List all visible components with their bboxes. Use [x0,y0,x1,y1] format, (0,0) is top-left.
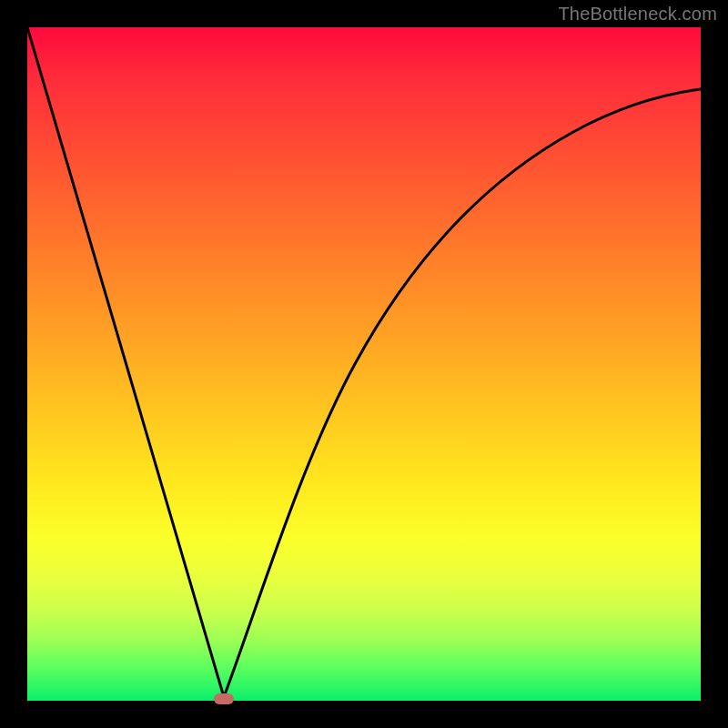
bottleneck-curve [27,27,701,701]
watermark-text: TheBottleneck.com [558,4,717,25]
plot-area [27,27,701,701]
chart-frame: TheBottleneck.com [0,0,728,728]
minimum-marker [214,693,234,704]
